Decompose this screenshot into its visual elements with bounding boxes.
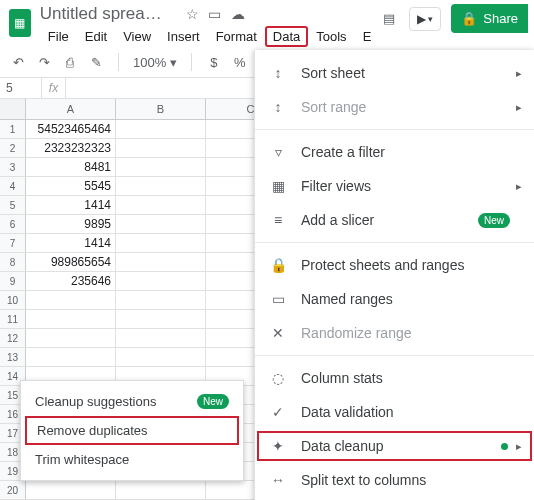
menu-view[interactable]: View xyxy=(115,26,159,47)
menu-item-icon: ▭ xyxy=(269,291,287,307)
menu-item[interactable]: 🔒Protect sheets and ranges xyxy=(255,248,534,282)
menu-item-label: Filter views xyxy=(301,178,371,194)
submenu-arrow-icon: ▸ xyxy=(516,440,522,453)
menu-insert[interactable]: Insert xyxy=(159,26,208,47)
menu-item-label: Sort range xyxy=(301,99,366,115)
row-header[interactable]: 11 xyxy=(0,310,26,329)
menu-file[interactable]: File xyxy=(40,26,77,47)
cell[interactable] xyxy=(26,329,116,348)
percent-icon[interactable]: % xyxy=(232,55,248,70)
row-header[interactable]: 2 xyxy=(0,139,26,158)
menu-item-label: Named ranges xyxy=(301,291,393,307)
submenu-item[interactable]: Cleanup suggestionsNew xyxy=(21,387,243,416)
submenu-item[interactable]: Trim whitespace xyxy=(21,445,243,474)
cell[interactable] xyxy=(116,272,206,291)
menu-tools[interactable]: Tools xyxy=(308,26,354,47)
cell[interactable] xyxy=(116,310,206,329)
menu-item-icon: ✦ xyxy=(269,438,287,454)
cloud-icon[interactable]: ☁ xyxy=(231,6,245,22)
data-menu-dropdown: ↕Sort sheet▸↕Sort range▸▿Create a filter… xyxy=(254,50,534,500)
submenu-item[interactable]: Remove duplicates xyxy=(25,416,239,445)
row-header[interactable]: 9 xyxy=(0,272,26,291)
cell[interactable] xyxy=(116,253,206,272)
new-badge: New xyxy=(478,213,510,228)
currency-icon[interactable]: $ xyxy=(206,55,222,70)
row-header[interactable]: 6 xyxy=(0,215,26,234)
cell[interactable] xyxy=(116,215,206,234)
menu-item[interactable]: ≡Add a slicerNew xyxy=(255,203,534,237)
menu-item-label: Create a filter xyxy=(301,144,385,160)
zoom-select[interactable]: 100% ▾ xyxy=(133,55,177,70)
undo-icon[interactable]: ↶ xyxy=(10,55,26,70)
menu-item[interactable]: ✦Data cleanup▸ xyxy=(255,429,534,463)
cell[interactable]: 1414 xyxy=(26,196,116,215)
row-header[interactable]: 3 xyxy=(0,158,26,177)
redo-icon[interactable]: ↷ xyxy=(36,55,52,70)
cell[interactable]: 989865654 xyxy=(26,253,116,272)
name-box[interactable]: 5 xyxy=(0,78,42,98)
print-icon[interactable]: ⎙ xyxy=(62,55,78,70)
cell[interactable]: 235646 xyxy=(26,272,116,291)
col-header-a[interactable]: A xyxy=(26,99,116,119)
cell[interactable]: 5545 xyxy=(26,177,116,196)
submenu-arrow-icon: ▸ xyxy=(516,180,522,193)
menu-item-icon: ▿ xyxy=(269,144,287,160)
cell[interactable] xyxy=(116,481,206,500)
row-header[interactable]: 13 xyxy=(0,348,26,367)
menu-edit[interactable]: Edit xyxy=(77,26,115,47)
menu-item[interactable]: ▦Filter views▸ xyxy=(255,169,534,203)
menu-item-label: Data validation xyxy=(301,404,394,420)
menu-item-icon: ↕ xyxy=(269,65,287,81)
row-header[interactable]: 4 xyxy=(0,177,26,196)
menu-item[interactable]: ↕Sort sheet▸ xyxy=(255,56,534,90)
menu-item[interactable]: ↔Split text to columns xyxy=(255,463,534,497)
select-all-cell[interactable] xyxy=(0,99,26,119)
row-header[interactable]: 7 xyxy=(0,234,26,253)
cell[interactable] xyxy=(116,120,206,139)
cell[interactable]: 9895 xyxy=(26,215,116,234)
cell[interactable] xyxy=(116,177,206,196)
cell[interactable] xyxy=(116,329,206,348)
row-header[interactable]: 10 xyxy=(0,291,26,310)
cell[interactable] xyxy=(116,291,206,310)
share-button[interactable]: 🔒 Share xyxy=(451,4,528,33)
cell[interactable] xyxy=(116,158,206,177)
cell[interactable] xyxy=(116,234,206,253)
row-header[interactable]: 20 xyxy=(0,481,26,500)
row-header[interactable]: 8 xyxy=(0,253,26,272)
meet-button[interactable]: ▶▾ xyxy=(409,7,441,31)
row-header[interactable]: 1 xyxy=(0,120,26,139)
doc-title[interactable]: Untitled spread… xyxy=(40,4,170,24)
menu-item[interactable]: ✓Data validation xyxy=(255,395,534,429)
menu-e[interactable]: E xyxy=(355,26,380,47)
menu-item[interactable]: ▿Create a filter xyxy=(255,135,534,169)
comments-icon[interactable]: ▤ xyxy=(379,9,399,29)
cell[interactable] xyxy=(116,348,206,367)
sheets-logo[interactable]: ▦ xyxy=(6,4,34,42)
menu-item-label: Protect sheets and ranges xyxy=(301,257,464,273)
menu-data[interactable]: Data xyxy=(265,26,308,47)
cell[interactable]: 8481 xyxy=(26,158,116,177)
cell[interactable]: 54523465464 xyxy=(26,120,116,139)
submenu-label: Trim whitespace xyxy=(35,452,129,467)
menu-item[interactable]: ◌Column stats xyxy=(255,361,534,395)
menu-format[interactable]: Format xyxy=(208,26,265,47)
cell[interactable] xyxy=(26,348,116,367)
row-header[interactable]: 5 xyxy=(0,196,26,215)
menu-item-icon: ↔ xyxy=(269,472,287,488)
cell[interactable] xyxy=(116,196,206,215)
cell[interactable] xyxy=(116,139,206,158)
cell[interactable] xyxy=(26,291,116,310)
cell[interactable]: 2323232323 xyxy=(26,139,116,158)
cell[interactable] xyxy=(26,310,116,329)
col-header-b[interactable]: B xyxy=(116,99,206,119)
cell[interactable]: 1414 xyxy=(26,234,116,253)
menubar: FileEditViewInsertFormatDataToolsE xyxy=(40,26,380,47)
cell[interactable] xyxy=(26,481,116,500)
row-header[interactable]: 12 xyxy=(0,329,26,348)
paint-icon[interactable]: ✎ xyxy=(88,55,104,70)
star-icon[interactable]: ☆ xyxy=(186,6,199,22)
menu-item-label: Add a slicer xyxy=(301,212,374,228)
move-icon[interactable]: ▭ xyxy=(208,6,221,22)
menu-item[interactable]: ▭Named ranges xyxy=(255,282,534,316)
